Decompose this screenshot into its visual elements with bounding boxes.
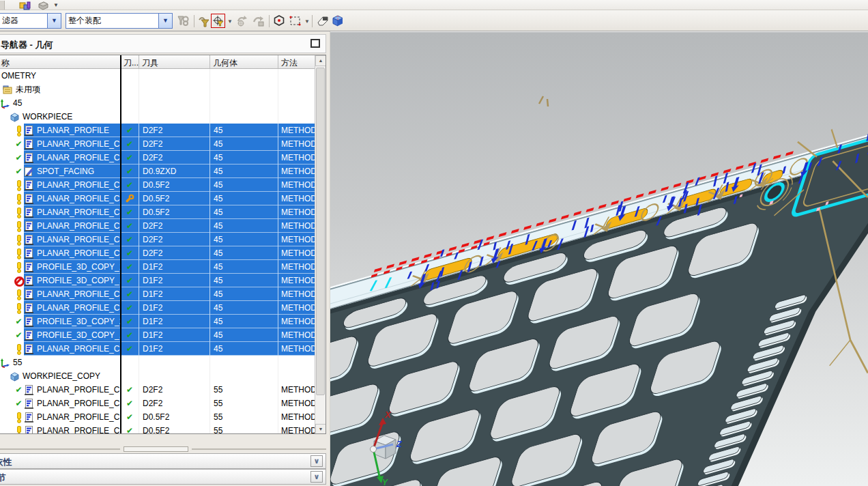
graphics-viewport[interactable]: XYZ [330, 31, 868, 486]
dependencies-section-bar[interactable]: 依性 ∨ [0, 453, 326, 469]
navigator-row[interactable]: PLANAR_PROFILE_C...✔D0.5F245METHOD [0, 178, 315, 192]
cell-tool [139, 356, 210, 369]
panel-splitter[interactable] [0, 445, 326, 453]
roles-icon[interactable] [19, 1, 33, 10]
navigator-row[interactable]: ✔PLANAR_PROFILE_C...✔D2F245METHOD [0, 137, 315, 151]
cell-geometry [210, 83, 278, 96]
planar-mill-operation-icon [24, 289, 35, 300]
navigator-row[interactable]: PLANAR_PROFILE_C...✔D1F245METHOD [0, 287, 315, 301]
move-selection-button[interactable] [251, 14, 265, 28]
navigator-row[interactable]: PLANAR_PROFILE_C...✔D1F245METHOD [0, 301, 315, 315]
row-label: PROFILE_3D_COPY_1 [35, 262, 120, 272]
navigator-row[interactable]: 55 [0, 356, 315, 369]
row-label: PLANAR_PROFILE_C... [35, 153, 120, 162]
cell-name: PLANAR_PROFILE_C... [0, 424, 121, 434]
chevron-down-icon[interactable]: ∨ [310, 471, 323, 483]
vertical-scroll-thumb[interactable] [316, 68, 325, 395]
navigator-row[interactable]: PLANAR_PROFILE_C...✔D2F245METHOD [0, 233, 315, 246]
row-label: PLANAR_PROFILE_C... [35, 412, 120, 422]
planar-mill-operation-icon [24, 235, 35, 245]
float-panel-button[interactable] [310, 39, 320, 48]
selection-scope-dropdown[interactable]: 整个装配 ▼ [66, 13, 173, 29]
column-splitter-line[interactable] [120, 55, 121, 434]
row-label: 未用项 [14, 84, 40, 96]
select-shape-caret[interactable]: ▼ [304, 18, 310, 25]
navigator-row[interactable]: PROFILE_3D_COPY_1✔D1F245METHOD [0, 260, 315, 274]
planar-mill-operation-icon [24, 153, 35, 163]
navigator-row[interactable]: PLANAR_PROFILE✔D2F245METHOD [0, 124, 315, 137]
select-all-button[interactable] [176, 14, 190, 28]
status-complete-icon: ✔ [125, 235, 135, 245]
scroll-down-button[interactable]: ▼ [315, 424, 326, 434]
navigator-row[interactable]: ✔PLANAR_PROFILE_C...✔D2F255METHOD [0, 383, 315, 397]
cell-tool: D2F2 [139, 219, 210, 233]
filter-options-caret[interactable]: ▼ [227, 18, 233, 25]
details-section-label: 节 [0, 472, 6, 484]
filter-funnel-button[interactable] [197, 14, 212, 28]
status-warning-icon [14, 221, 24, 231]
navigator-row[interactable]: WORKPIECE [0, 110, 315, 124]
navigator-row[interactable]: PROFILE_3D_COPY_...✔D1F245METHOD [0, 274, 315, 287]
filter-crosshair-button[interactable] [211, 14, 225, 28]
cell-geometry: 55 [210, 383, 278, 397]
planar-mill-operation-icon [24, 385, 35, 395]
snap-point-button[interactable] [272, 14, 287, 28]
status-warning-icon [14, 262, 24, 272]
dropdown-caret-icon[interactable]: ▼ [47, 14, 61, 28]
status-complete-icon: ✔ [125, 139, 135, 149]
cell-tool-state [121, 96, 139, 110]
cell-method: METHOD [278, 274, 315, 287]
navigator-row[interactable]: ✔PLANAR_PROFILE_C...✔D2F255METHOD [0, 397, 315, 410]
navigator-row[interactable]: ✔PLANAR_PROFILE_C...✔D2F245METHOD [0, 151, 315, 165]
undo-selection-button[interactable] [235, 14, 249, 28]
cell-tool-state [121, 69, 139, 83]
navigator-row[interactable]: PLANAR_PROFILE_C...✔D2F245METHOD [0, 246, 315, 260]
dropdown-caret-icon[interactable]: ▼ [158, 14, 172, 28]
part-display-icon[interactable] [37, 1, 49, 10]
column-header-tool[interactable]: 刀具 [139, 55, 210, 68]
cell-method [278, 369, 315, 383]
rectangle-select-button[interactable] [288, 14, 302, 28]
navigator-row[interactable]: PLANAR_PROFILE_C...D0.5F245METHOD [0, 192, 315, 205]
navigator-row[interactable]: 未用项 [0, 83, 315, 96]
cell-geometry [210, 369, 278, 383]
details-section-bar[interactable]: 节 ∨ [0, 469, 326, 485]
navigator-row[interactable]: PLANAR_PROFILE_C...✔D0.5F255METHOD [0, 410, 315, 424]
navigator-row[interactable]: PLANAR_PROFILE_C...✔D0.5F245METHOD [0, 205, 315, 219]
navigator-row[interactable]: ✔SPOT_FACING✔D0.9ZXD45METHOD [0, 165, 315, 178]
navigator-row[interactable]: 45 [0, 96, 315, 110]
cell-tool: D0.5F2 [139, 178, 210, 192]
navigator-row[interactable]: PLANAR_PROFILE_C...✔D2F245METHOD [0, 219, 315, 233]
navigator-row[interactable]: ✔PROFILE_3D_COPY_2✔D1F245METHOD [0, 315, 315, 328]
navigator-row[interactable]: PLANAR_PROFILE_C...✔D0.5F255METHOD [0, 424, 315, 434]
navigator-row[interactable]: OMETRY [0, 69, 315, 83]
column-header-geometry[interactable]: 几何体 [210, 55, 278, 68]
cell-name: PLANAR_PROFILE_C... [0, 287, 121, 301]
column-header-method[interactable]: 方法 [278, 55, 315, 68]
splitter-grip[interactable] [124, 446, 188, 452]
vertical-scrollbar[interactable]: ▲ ▼ [315, 55, 326, 434]
cell-method: METHOD [278, 328, 315, 342]
cell-method: METHOD [278, 301, 315, 315]
navigator-row[interactable]: ✔PROFILE_3D_COPY_...✔D1F245METHOD [0, 328, 315, 342]
cell-tool-state: ✔ [121, 137, 139, 151]
selection-filter-dropdown[interactable]: 滤器 ▼ [0, 13, 61, 29]
navigator-row[interactable]: PLANAR_PROFILE_C...✔D1F245METHOD [0, 342, 315, 356]
column-header-name[interactable]: 称 [0, 55, 121, 68]
mcs-coordinate-icon [0, 98, 11, 109]
row-label: PLANAR_PROFILE_C... [35, 426, 120, 434]
shaded-cube-button[interactable] [331, 14, 345, 28]
cell-method: METHOD [278, 151, 315, 165]
cell-tool-state [121, 110, 139, 124]
cell-tool-state: ✔ [121, 246, 139, 260]
scroll-up-button[interactable]: ▲ [315, 55, 326, 66]
chevron-down-icon[interactable]: ∨ [310, 455, 323, 467]
cell-tool-state [121, 356, 139, 369]
navigator-header-row: 称 刀... 刀具 几何体 方法 [0, 55, 315, 69]
erase-highlight-button[interactable] [315, 14, 330, 28]
row-label: PLANAR_PROFILE_C... [35, 303, 120, 313]
navigator-row[interactable]: WORKPIECE_COPY [0, 369, 315, 383]
selection-toolbar: 滤器 ▼ 整个装配 ▼ ▼ ▼ [0, 10, 868, 31]
cell-tool: D0.5F2 [139, 192, 210, 205]
column-header-toolchange[interactable]: 刀... [121, 55, 139, 68]
